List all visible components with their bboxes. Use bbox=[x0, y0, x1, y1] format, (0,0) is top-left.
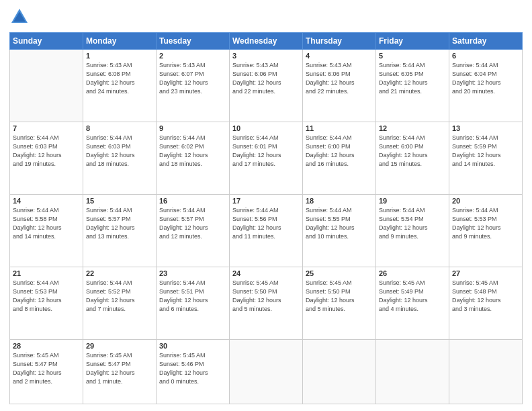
calendar-cell: 15Sunrise: 5:44 AMSunset: 5:57 PMDayligh… bbox=[83, 194, 157, 267]
day-info: Sunrise: 5:45 AMSunset: 5:49 PMDaylight:… bbox=[379, 279, 446, 314]
day-number: 16 bbox=[159, 197, 226, 205]
day-number: 26 bbox=[379, 269, 446, 277]
calendar-cell: 25Sunrise: 5:45 AMSunset: 5:50 PMDayligh… bbox=[303, 267, 376, 339]
calendar-cell: 13Sunrise: 5:44 AMSunset: 5:59 PMDayligh… bbox=[449, 122, 523, 194]
calendar-cell bbox=[230, 339, 303, 404]
day-info: Sunrise: 5:44 AMSunset: 6:03 PMDaylight:… bbox=[13, 134, 80, 169]
calendar-cell: 23Sunrise: 5:44 AMSunset: 5:51 PMDayligh… bbox=[157, 267, 230, 339]
day-number: 19 bbox=[379, 197, 446, 205]
weekday-header: Thursday bbox=[303, 33, 376, 50]
day-info: Sunrise: 5:44 AMSunset: 5:59 PMDaylight:… bbox=[452, 134, 519, 169]
header bbox=[9, 7, 523, 27]
day-number: 27 bbox=[452, 269, 519, 277]
calendar-cell: 2Sunrise: 5:43 AMSunset: 6:07 PMDaylight… bbox=[157, 50, 230, 122]
day-info: Sunrise: 5:43 AMSunset: 6:07 PMDaylight:… bbox=[159, 61, 226, 96]
day-number: 22 bbox=[86, 269, 153, 277]
calendar-cell: 4Sunrise: 5:43 AMSunset: 6:06 PMDaylight… bbox=[303, 50, 376, 122]
day-number: 3 bbox=[232, 52, 300, 60]
day-number: 17 bbox=[232, 197, 300, 205]
calendar-cell: 16Sunrise: 5:44 AMSunset: 5:57 PMDayligh… bbox=[157, 194, 230, 267]
day-number: 2 bbox=[159, 52, 226, 60]
day-info: Sunrise: 5:44 AMSunset: 5:58 PMDaylight:… bbox=[13, 206, 80, 241]
calendar-cell: 1Sunrise: 5:43 AMSunset: 6:08 PMDaylight… bbox=[83, 50, 157, 122]
day-info: Sunrise: 5:44 AMSunset: 6:01 PMDaylight:… bbox=[232, 134, 300, 169]
day-info: Sunrise: 5:44 AMSunset: 5:56 PMDaylight:… bbox=[232, 206, 300, 241]
day-info: Sunrise: 5:44 AMSunset: 5:55 PMDaylight:… bbox=[306, 206, 373, 241]
calendar-cell: 14Sunrise: 5:44 AMSunset: 5:58 PMDayligh… bbox=[10, 194, 83, 267]
day-info: Sunrise: 5:44 AMSunset: 6:00 PMDaylight:… bbox=[306, 134, 373, 169]
calendar-cell bbox=[10, 50, 83, 122]
day-number: 24 bbox=[232, 269, 300, 277]
day-info: Sunrise: 5:43 AMSunset: 6:08 PMDaylight:… bbox=[86, 61, 153, 96]
calendar-cell: 19Sunrise: 5:44 AMSunset: 5:54 PMDayligh… bbox=[376, 194, 449, 267]
calendar-cell: 17Sunrise: 5:44 AMSunset: 5:56 PMDayligh… bbox=[230, 194, 303, 267]
day-info: Sunrise: 5:44 AMSunset: 6:04 PMDaylight:… bbox=[452, 61, 519, 96]
weekday-header: Tuesday bbox=[157, 33, 230, 50]
day-number: 6 bbox=[452, 52, 519, 60]
weekday-header: Sunday bbox=[10, 33, 83, 50]
day-info: Sunrise: 5:43 AMSunset: 6:06 PMDaylight:… bbox=[306, 61, 373, 96]
calendar-cell: 27Sunrise: 5:45 AMSunset: 5:48 PMDayligh… bbox=[449, 267, 523, 339]
day-number: 5 bbox=[379, 52, 446, 60]
weekday-header: Saturday bbox=[449, 33, 523, 50]
calendar-cell: 30Sunrise: 5:45 AMSunset: 5:46 PMDayligh… bbox=[157, 339, 230, 404]
weekday-header: Friday bbox=[376, 33, 449, 50]
calendar-cell bbox=[303, 339, 376, 404]
day-number: 21 bbox=[13, 269, 80, 277]
calendar-cell: 5Sunrise: 5:44 AMSunset: 6:05 PMDaylight… bbox=[376, 50, 449, 122]
day-number: 20 bbox=[452, 197, 519, 205]
day-number: 13 bbox=[452, 124, 519, 132]
day-info: Sunrise: 5:44 AMSunset: 5:52 PMDaylight:… bbox=[86, 279, 153, 314]
day-number: 11 bbox=[306, 124, 373, 132]
page: SundayMondayTuesdayWednesdayThursdayFrid… bbox=[0, 0, 532, 411]
day-number: 4 bbox=[306, 52, 373, 60]
day-number: 1 bbox=[86, 52, 153, 60]
day-info: Sunrise: 5:45 AMSunset: 5:46 PMDaylight:… bbox=[159, 351, 226, 386]
calendar-cell: 18Sunrise: 5:44 AMSunset: 5:55 PMDayligh… bbox=[303, 194, 376, 267]
calendar-cell: 12Sunrise: 5:44 AMSunset: 6:00 PMDayligh… bbox=[376, 122, 449, 194]
day-number: 15 bbox=[86, 197, 153, 205]
calendar-cell: 29Sunrise: 5:45 AMSunset: 5:47 PMDayligh… bbox=[83, 339, 157, 404]
weekday-header: Wednesday bbox=[230, 33, 303, 50]
day-info: Sunrise: 5:44 AMSunset: 6:05 PMDaylight:… bbox=[379, 61, 446, 96]
day-number: 29 bbox=[86, 342, 153, 350]
day-number: 25 bbox=[306, 269, 373, 277]
day-number: 14 bbox=[13, 197, 80, 205]
day-number: 8 bbox=[86, 124, 153, 132]
day-info: Sunrise: 5:45 AMSunset: 5:50 PMDaylight:… bbox=[306, 279, 373, 314]
day-info: Sunrise: 5:44 AMSunset: 5:54 PMDaylight:… bbox=[379, 206, 446, 241]
calendar-cell: 6Sunrise: 5:44 AMSunset: 6:04 PMDaylight… bbox=[449, 50, 523, 122]
calendar-cell: 20Sunrise: 5:44 AMSunset: 5:53 PMDayligh… bbox=[449, 194, 523, 267]
day-info: Sunrise: 5:44 AMSunset: 6:02 PMDaylight:… bbox=[159, 134, 226, 169]
day-info: Sunrise: 5:45 AMSunset: 5:50 PMDaylight:… bbox=[232, 279, 300, 314]
calendar-cell: 9Sunrise: 5:44 AMSunset: 6:02 PMDaylight… bbox=[157, 122, 230, 194]
logo bbox=[9, 7, 32, 27]
weekday-header: Monday bbox=[83, 33, 157, 50]
calendar-cell bbox=[376, 339, 449, 404]
day-number: 28 bbox=[13, 342, 80, 350]
calendar-cell: 10Sunrise: 5:44 AMSunset: 6:01 PMDayligh… bbox=[230, 122, 303, 194]
calendar-cell bbox=[449, 339, 523, 404]
calendar-cell: 7Sunrise: 5:44 AMSunset: 6:03 PMDaylight… bbox=[10, 122, 83, 194]
calendar-cell: 11Sunrise: 5:44 AMSunset: 6:00 PMDayligh… bbox=[303, 122, 376, 194]
day-info: Sunrise: 5:44 AMSunset: 6:00 PMDaylight:… bbox=[379, 134, 446, 169]
day-number: 23 bbox=[159, 269, 226, 277]
calendar-cell: 26Sunrise: 5:45 AMSunset: 5:49 PMDayligh… bbox=[376, 267, 449, 339]
calendar-cell: 24Sunrise: 5:45 AMSunset: 5:50 PMDayligh… bbox=[230, 267, 303, 339]
day-info: Sunrise: 5:45 AMSunset: 5:47 PMDaylight:… bbox=[86, 351, 153, 386]
day-number: 18 bbox=[306, 197, 373, 205]
day-number: 10 bbox=[232, 124, 300, 132]
day-info: Sunrise: 5:44 AMSunset: 5:53 PMDaylight:… bbox=[452, 206, 519, 241]
logo-icon bbox=[9, 7, 30, 27]
day-info: Sunrise: 5:43 AMSunset: 6:06 PMDaylight:… bbox=[232, 61, 300, 96]
day-info: Sunrise: 5:44 AMSunset: 5:51 PMDaylight:… bbox=[159, 279, 226, 314]
calendar-cell: 22Sunrise: 5:44 AMSunset: 5:52 PMDayligh… bbox=[83, 267, 157, 339]
day-info: Sunrise: 5:44 AMSunset: 5:53 PMDaylight:… bbox=[13, 279, 80, 314]
day-number: 9 bbox=[159, 124, 226, 132]
calendar-cell: 3Sunrise: 5:43 AMSunset: 6:06 PMDaylight… bbox=[230, 50, 303, 122]
day-info: Sunrise: 5:44 AMSunset: 6:03 PMDaylight:… bbox=[86, 134, 153, 169]
calendar-cell: 8Sunrise: 5:44 AMSunset: 6:03 PMDaylight… bbox=[83, 122, 157, 194]
day-info: Sunrise: 5:44 AMSunset: 5:57 PMDaylight:… bbox=[86, 206, 153, 241]
day-info: Sunrise: 5:45 AMSunset: 5:48 PMDaylight:… bbox=[452, 279, 519, 314]
calendar-cell: 28Sunrise: 5:45 AMSunset: 5:47 PMDayligh… bbox=[10, 339, 83, 404]
